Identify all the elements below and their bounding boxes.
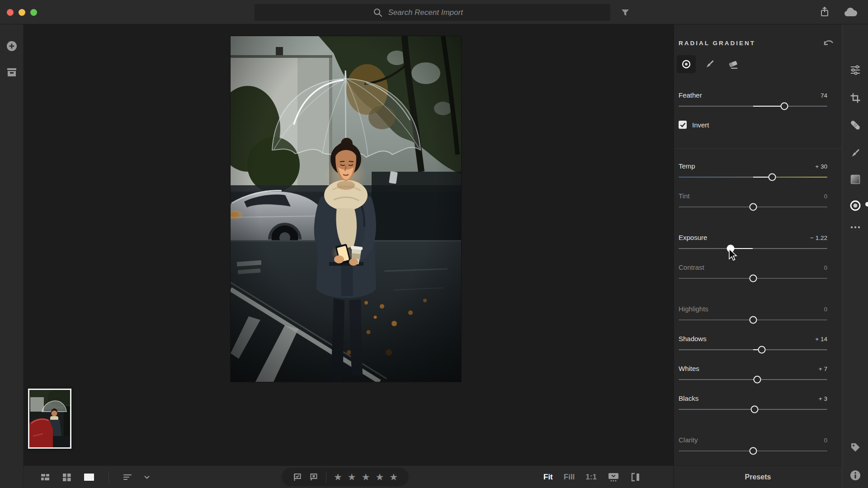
star-icon[interactable]: ★ <box>348 472 356 482</box>
my-photos-icon[interactable] <box>6 67 18 78</box>
slider-track[interactable] <box>679 201 827 213</box>
slider-track[interactable] <box>679 404 827 415</box>
slider-track[interactable] <box>679 171 827 183</box>
slider-active-segment <box>753 106 784 107</box>
eraser-tool-button[interactable] <box>724 55 743 73</box>
slider-handle[interactable] <box>754 376 761 384</box>
flag-rating-pill: ★ ★ ★ ★ ★ <box>282 468 409 486</box>
lightroom-window: ★ ★ ★ ★ ★ Fit Fill 1:1 RADIAL GRA <box>0 0 868 488</box>
radial-gradient-panel: RADIAL GRADIENT <box>674 24 842 465</box>
star-icon[interactable]: ★ <box>375 472 384 482</box>
filmstrip-toggle-icon[interactable] <box>608 472 619 483</box>
chevron-down-icon[interactable] <box>143 474 151 481</box>
slider-label: Tint <box>679 192 689 200</box>
mosaic-view-icon[interactable] <box>40 472 51 483</box>
healing-brush-icon[interactable] <box>849 119 861 131</box>
slider-handle[interactable] <box>749 316 757 324</box>
search-icon <box>373 8 383 18</box>
star-icon[interactable]: ★ <box>362 472 370 482</box>
single-view-icon[interactable] <box>83 472 95 483</box>
radial-gradient-tool-icon <box>681 59 692 70</box>
zoom-fit-button[interactable]: Fit <box>543 473 553 482</box>
slider-track[interactable] <box>679 314 827 326</box>
before-after-icon[interactable] <box>630 472 641 483</box>
divider <box>326 471 326 483</box>
invert-row[interactable]: Invert <box>679 119 842 130</box>
presets-button[interactable]: Presets <box>674 465 842 488</box>
slider-value: + 3 <box>819 395 827 402</box>
slider-value: 0 <box>824 193 827 200</box>
reject-flag-icon[interactable] <box>309 472 319 482</box>
slider-handle[interactable] <box>727 245 735 253</box>
edit-sliders-icon[interactable] <box>849 64 861 76</box>
search-bar[interactable] <box>255 4 610 21</box>
brush-add-tool-button[interactable] <box>700 55 719 73</box>
slider-track[interactable] <box>679 374 827 385</box>
slider-handle[interactable] <box>749 203 757 211</box>
crop-icon[interactable] <box>849 92 861 104</box>
slider-track[interactable] <box>679 272 827 284</box>
maximize-window-button[interactable] <box>30 9 37 16</box>
zoom-1-1-button[interactable]: 1:1 <box>585 473 597 482</box>
brush-add-icon <box>704 58 716 70</box>
radial-gradient-icon[interactable] <box>849 199 862 212</box>
slider-track[interactable] <box>679 344 827 356</box>
grid-view-icon[interactable] <box>61 472 72 483</box>
divider <box>674 148 842 149</box>
slider-label: Blacks <box>679 394 698 402</box>
close-window-button[interactable] <box>7 9 14 16</box>
slider-label: Highlights <box>679 305 708 313</box>
star-icon[interactable]: ★ <box>389 472 398 482</box>
add-photos-icon[interactable] <box>5 40 18 52</box>
slider-handle[interactable] <box>769 174 776 181</box>
slider-handle[interactable] <box>758 346 766 354</box>
more-options-icon[interactable] <box>849 225 861 230</box>
info-icon[interactable] <box>849 469 862 482</box>
left-rail <box>0 24 24 488</box>
slider-track[interactable] <box>679 100 827 112</box>
photo-main[interactable] <box>231 36 461 382</box>
star-icon[interactable]: ★ <box>334 472 342 482</box>
active-tool-indicator <box>865 202 868 206</box>
filmstrip-thumbnail[interactable] <box>28 389 71 449</box>
slider-value: 0 <box>824 264 827 271</box>
radial-gradient-tool-button[interactable] <box>677 55 696 73</box>
slider-feather: Feather 74 <box>679 91 827 112</box>
invert-checkbox[interactable] <box>679 121 687 129</box>
slider-handle[interactable] <box>780 103 788 110</box>
eraser-icon <box>727 58 740 70</box>
slider-track[interactable] <box>679 445 827 457</box>
slider-value: 74 <box>821 92 827 99</box>
search-input[interactable] <box>388 8 492 17</box>
minimize-window-button[interactable] <box>19 9 25 16</box>
panel-title: RADIAL GRADIENT <box>679 40 755 47</box>
star-rating: ★ ★ ★ ★ ★ <box>334 472 398 482</box>
filter-icon[interactable] <box>620 8 630 18</box>
slider-value: + 7 <box>819 366 827 372</box>
slider-handle[interactable] <box>750 406 758 413</box>
photo-canvas-area <box>24 24 674 465</box>
slider-exposure: Exposure − 1.22 <box>679 234 827 254</box>
slider-whites: Whites + 7 <box>679 365 827 385</box>
share-icon[interactable] <box>819 6 830 18</box>
slider-handle[interactable] <box>749 275 757 282</box>
zoom-fill-button[interactable]: Fill <box>564 473 575 482</box>
sort-icon[interactable] <box>123 472 132 482</box>
slider-label: Exposure <box>679 234 707 241</box>
linear-gradient-icon[interactable] <box>849 174 861 185</box>
slider-clarity: Clarity 0 <box>679 436 827 457</box>
slider-label: Whites <box>679 365 699 372</box>
slider-tint: Tint 0 <box>679 192 827 213</box>
slider-handle[interactable] <box>749 447 757 455</box>
divider <box>108 471 109 483</box>
reset-icon[interactable] <box>823 38 835 48</box>
keyword-tag-icon[interactable] <box>849 441 862 454</box>
pick-flag-icon[interactable] <box>292 472 302 482</box>
bottom-toolbar: ★ ★ ★ ★ ★ Fit Fill 1:1 <box>24 465 674 488</box>
cloud-sync-icon[interactable] <box>844 8 858 18</box>
slider-temp: Temp + 30 <box>679 162 827 183</box>
presets-label: Presets <box>745 473 771 481</box>
brush-icon[interactable] <box>849 147 861 159</box>
slider-track[interactable] <box>679 243 827 254</box>
adjustment-sliders: Temp + 30 Tint 0 Exposure − 1.22 <box>674 162 842 457</box>
